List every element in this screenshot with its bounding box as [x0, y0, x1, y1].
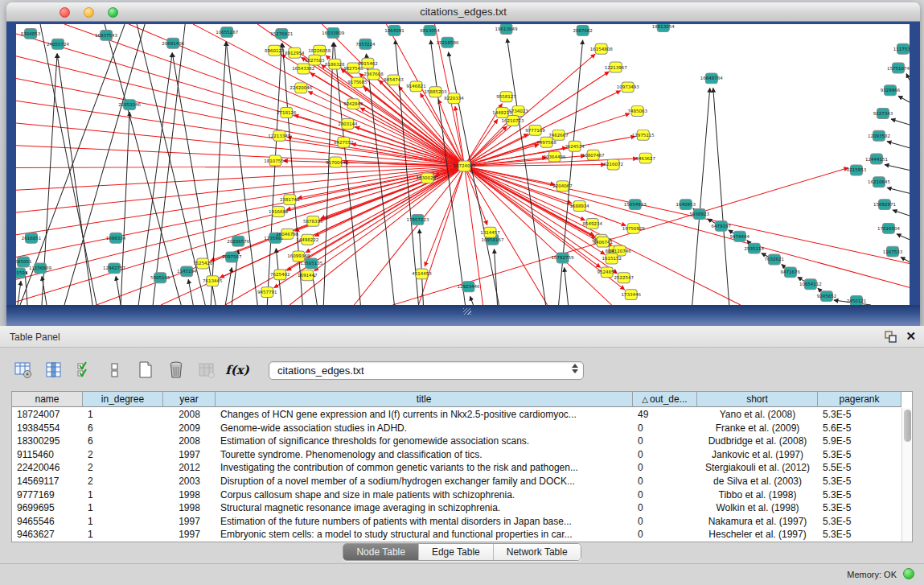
graph-node[interactable]: 7625402: [270, 270, 290, 280]
graph-node[interactable]: 15692971: [873, 200, 896, 210]
cell-short[interactable]: Nakamura et al. (1997): [697, 515, 818, 529]
column-header-out-de-[interactable]: △out_de...: [633, 392, 697, 406]
cell-short[interactable]: Yano et al. (2008): [697, 408, 818, 422]
cell-in-degree[interactable]: 2: [83, 448, 163, 462]
graph-node[interactable]: 12444151: [865, 154, 888, 164]
cell-title[interactable]: Changes of HCN gene expression and I(f) …: [216, 408, 633, 422]
table-mode-icon[interactable]: [13, 360, 34, 381]
graph-node[interactable]: 8471676: [781, 267, 801, 278]
graph-node[interactable]: 4514453: [412, 269, 432, 279]
graph-node[interactable]: 1640953: [676, 200, 696, 210]
graph-node[interactable]: 10655287: [216, 27, 238, 37]
graph-node[interactable]: 21053346: [118, 100, 141, 110]
cell-year[interactable]: 2008: [163, 408, 216, 422]
graph-node[interactable]: 1898334: [106, 233, 126, 243]
graph-node[interactable]: 8912954: [285, 47, 305, 58]
cell-pagerank[interactable]: 5.3E-5: [818, 408, 901, 422]
cell-pagerank[interactable]: 5.3E-5: [818, 528, 901, 542]
graph-node[interactable]: 19613049: [495, 24, 518, 34]
cell-title[interactable]: Investigating the contribution of common…: [216, 461, 633, 475]
cell-name[interactable]: 9777169: [12, 488, 83, 502]
cell-in-degree[interactable]: 2: [83, 461, 163, 475]
table-row[interactable]: 977716911998Corpus callosum shape and si…: [12, 488, 901, 502]
cell-year[interactable]: 1997: [163, 515, 216, 529]
graph-node[interactable]: 7485063: [627, 106, 647, 117]
table-row[interactable]: 969969511998Structural magnetic resonanc…: [12, 501, 901, 515]
cell-in-degree[interactable]: 1: [83, 501, 163, 515]
graph-node[interactable]: 3624534: [565, 141, 585, 151]
graph-node[interactable]: 9146821: [406, 81, 425, 92]
graph-node[interactable]: 2616051: [22, 233, 41, 243]
cell-out-de-[interactable]: 0: [633, 488, 697, 502]
graph-node[interactable]: 16782759: [552, 253, 574, 263]
cell-year[interactable]: 2008: [163, 435, 216, 448]
cell-out-de-[interactable]: 49: [633, 408, 697, 422]
cell-out-de-[interactable]: 0: [633, 448, 697, 462]
cell-year[interactable]: 2012: [163, 461, 216, 475]
graph-node[interactable]: 16154808: [590, 43, 613, 54]
graph-node[interactable]: 1688934: [569, 201, 589, 212]
column-header-title[interactable]: title: [216, 392, 633, 406]
cell-name[interactable]: 18300295: [12, 435, 83, 448]
graph-node[interactable]: 9463627: [635, 153, 655, 163]
cell-title[interactable]: Corpus callosum shape and size in male p…: [216, 488, 633, 502]
table-row[interactable]: 1456911722003Disruption of a novel membe…: [12, 475, 901, 488]
table-select-dropdown[interactable]: citations_edges.txt: [269, 361, 584, 380]
graph-node[interactable]: 6216072: [603, 159, 622, 170]
graph-node[interactable]: 7632621: [765, 254, 784, 265]
cell-short[interactable]: Hescheler et al. (1997): [697, 528, 818, 542]
cell-title[interactable]: Disruption of a novel member of a sodium…: [216, 475, 633, 488]
tab-network-table[interactable]: Network Table: [494, 544, 581, 560]
cell-name[interactable]: 9465546: [12, 515, 83, 529]
cell-in-degree[interactable]: 1: [83, 408, 163, 422]
cell-in-degree[interactable]: 6: [83, 422, 163, 435]
table-row[interactable]: 946554611997Estimation of the future num…: [12, 515, 901, 529]
graph-node[interactable]: 9329966: [881, 85, 901, 96]
cell-out-de-[interactable]: 0: [633, 515, 697, 529]
cell-name[interactable]: 22420046: [12, 461, 83, 475]
cell-year[interactable]: 1997: [163, 528, 216, 542]
cell-title[interactable]: Genome-wide association studies in ADHD.: [216, 422, 633, 435]
graph-node[interactable]: 16033809: [322, 27, 344, 38]
float-panel-icon[interactable]: [884, 330, 897, 344]
graph-node[interactable]: 2087682: [573, 25, 592, 35]
cell-name[interactable]: 9115460: [12, 448, 83, 462]
show-column-icon[interactable]: [43, 360, 64, 381]
cell-short[interactable]: Franke et al. (2009): [697, 422, 818, 435]
graph-node[interactable]: 9457791: [257, 287, 277, 298]
cell-pagerank[interactable]: 5.5E-5: [818, 461, 901, 475]
graph-node[interactable]: 2522547: [614, 273, 634, 283]
graph-node[interactable]: 20364486: [544, 151, 566, 162]
delete-table-icon[interactable]: [166, 360, 187, 381]
column-header-name[interactable]: name: [12, 392, 83, 406]
cell-name[interactable]: 14569117: [12, 475, 83, 488]
close-panel-icon[interactable]: ✕: [906, 329, 916, 344]
zoom-traffic-light[interactable]: [108, 7, 118, 18]
cell-year[interactable]: 2003: [163, 475, 216, 488]
cell-short[interactable]: Tibbo et al. (1998): [697, 488, 818, 502]
cell-out-de-[interactable]: 0: [633, 422, 697, 435]
table-row[interactable]: 1872400712008Changes of HCN gene express…: [12, 408, 901, 422]
cell-name[interactable]: 9699695: [12, 501, 83, 515]
graph-node[interactable]: 2367608: [363, 69, 384, 80]
cell-pagerank[interactable]: 5.3E-5: [818, 501, 901, 515]
graph-node[interactable]: 2935114: [745, 243, 765, 253]
cell-out-de-[interactable]: 0: [633, 475, 697, 488]
graph-node[interactable]: 19756928: [622, 223, 645, 233]
graph-node[interactable]: 15751074: [887, 63, 910, 73]
row-options-icon[interactable]: [105, 360, 125, 381]
graph-node[interactable]: 12923446: [458, 282, 480, 292]
cell-title[interactable]: Embryonic stem cells: a model to study s…: [216, 528, 633, 542]
graph-node[interactable]: 7857224: [355, 39, 376, 49]
column-header-pagerank[interactable]: pagerank: [818, 392, 901, 406]
cell-in-degree[interactable]: 6: [83, 435, 163, 448]
cell-short[interactable]: Wolkin et al. (1998): [697, 501, 818, 515]
graph-node[interactable]: 10807487: [582, 150, 605, 160]
graph-node[interactable]: 20206576: [227, 236, 249, 246]
cell-year[interactable]: 1998: [163, 488, 216, 502]
graph-node[interactable]: 12213349: [268, 130, 290, 141]
graph-node[interactable]: 1117534: [893, 43, 910, 54]
column-checklist-icon[interactable]: [74, 360, 95, 381]
cell-year[interactable]: 2009: [163, 422, 216, 435]
column-header-short[interactable]: short: [697, 392, 818, 406]
